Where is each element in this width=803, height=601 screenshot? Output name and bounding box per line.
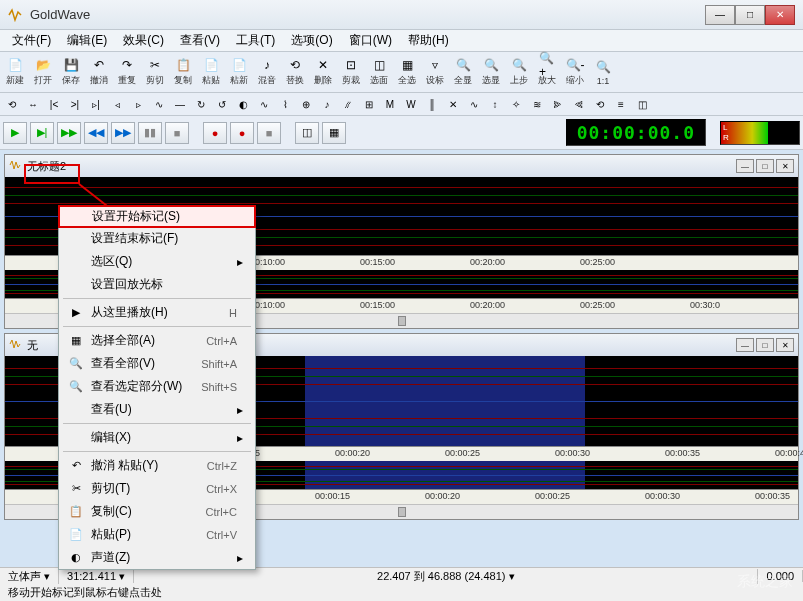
record-stop-button[interactable]: ■	[257, 122, 281, 144]
toolbar-btn-18[interactable]: 🔍上步	[506, 54, 532, 90]
toolbar-btn-7[interactable]: 📄粘贴	[198, 54, 224, 90]
ctx-item-1[interactable]: 设置结束标记(F)	[59, 227, 255, 250]
effect-btn-21[interactable]: ✕	[443, 95, 463, 113]
toolbar-btn-8[interactable]: 📄粘新	[226, 54, 252, 90]
stop-button[interactable]: ■	[165, 122, 189, 144]
effect-btn-3[interactable]: >|	[65, 95, 85, 113]
doc2-close-button[interactable]: ✕	[776, 338, 794, 352]
ctx-item-17[interactable]: 📄粘贴(P)Ctrl+V	[59, 523, 255, 546]
menu-help[interactable]: 帮助(H)	[400, 30, 457, 51]
toolbar-btn-5[interactable]: ✂剪切	[142, 54, 168, 90]
ctx-item-18[interactable]: ◐声道(Z)▸	[59, 546, 255, 569]
effect-btn-14[interactable]: ⊕	[296, 95, 316, 113]
close-button[interactable]: ✕	[765, 5, 795, 25]
effect-btn-29[interactable]: ≡	[611, 95, 631, 113]
play-sel-button[interactable]: ▶|	[30, 122, 54, 144]
toolbar-btn-6[interactable]: 📋复制	[170, 54, 196, 90]
effect-btn-22[interactable]: ∿	[464, 95, 484, 113]
toolbar-btn-10[interactable]: ⟲替换	[282, 54, 308, 90]
effect-btn-16[interactable]: ⫽	[338, 95, 358, 113]
effect-btn-17[interactable]: ⊞	[359, 95, 379, 113]
ctx-item-7[interactable]: ▦选择全部(A)Ctrl+A	[59, 329, 255, 352]
effect-btn-11[interactable]: ◐	[233, 95, 253, 113]
status-channels[interactable]: 立体声 ▾	[0, 569, 59, 584]
effect-btn-26[interactable]: ⫸	[548, 95, 568, 113]
effect-btn-20[interactable]: ║	[422, 95, 442, 113]
toolbar-btn-19[interactable]: 🔍+放大	[534, 54, 560, 90]
mixer-button[interactable]: ▦	[322, 122, 346, 144]
play-button[interactable]: ▶	[3, 122, 27, 144]
toolbar-btn-1[interactable]: 📂打开	[30, 54, 56, 90]
toolbar-btn-21[interactable]: 🔍1:1	[590, 54, 616, 90]
minimize-button[interactable]: —	[705, 5, 735, 25]
play-loop-button[interactable]: ▶▶	[57, 122, 81, 144]
effect-btn-2[interactable]: |<	[44, 95, 64, 113]
effect-btn-25[interactable]: ≋	[527, 95, 547, 113]
record-pause-button[interactable]: ●	[230, 122, 254, 144]
device-button[interactable]: ◫	[295, 122, 319, 144]
effect-btn-0[interactable]: ⟲	[2, 95, 22, 113]
effect-btn-23[interactable]: ↕	[485, 95, 505, 113]
toolbar-btn-14[interactable]: ▦全选	[394, 54, 420, 90]
ctx-item-3[interactable]: 设置回放光标	[59, 273, 255, 296]
effect-btn-24[interactable]: ✧	[506, 95, 526, 113]
effect-btn-28[interactable]: ⟲	[590, 95, 610, 113]
toolbar-btn-16[interactable]: 🔍全显	[450, 54, 476, 90]
effect-btn-6[interactable]: ▹	[128, 95, 148, 113]
status-range[interactable]: 22.407 到 46.888 (24.481) ▾	[134, 569, 758, 584]
toolbar-btn-9[interactable]: ♪混音	[254, 54, 280, 90]
doc1-titlebar[interactable]: 无标题2 — □ ✕	[5, 155, 798, 177]
toolbar-btn-13[interactable]: ◫选面	[366, 54, 392, 90]
menu-option[interactable]: 选项(O)	[283, 30, 340, 51]
menu-tool[interactable]: 工具(T)	[228, 30, 283, 51]
ctx-item-9[interactable]: 🔍查看选定部分(W)Shift+S	[59, 375, 255, 398]
effect-btn-5[interactable]: ◃	[107, 95, 127, 113]
effect-btn-8[interactable]: —	[170, 95, 190, 113]
doc1-min-button[interactable]: —	[736, 159, 754, 173]
forward-button[interactable]: ▶▶	[111, 122, 135, 144]
toolbar-btn-15[interactable]: ▿设标	[422, 54, 448, 90]
effect-btn-19[interactable]: W	[401, 95, 421, 113]
toolbar-btn-2[interactable]: 💾保存	[58, 54, 84, 90]
toolbar-btn-11[interactable]: ✕删除	[310, 54, 336, 90]
effect-btn-30[interactable]: ◫	[632, 95, 652, 113]
status-length[interactable]: 31:21.411 ▾	[59, 570, 134, 583]
effect-btn-10[interactable]: ↺	[212, 95, 232, 113]
menu-effect[interactable]: 效果(C)	[115, 30, 172, 51]
ctx-item-0[interactable]: 设置开始标记(S)	[58, 205, 256, 228]
ctx-item-14[interactable]: ↶撤消 粘贴(Y)Ctrl+Z	[59, 454, 255, 477]
record-button[interactable]: ●	[203, 122, 227, 144]
toolbar-btn-20[interactable]: 🔍-缩小	[562, 54, 588, 90]
effect-btn-7[interactable]: ∿	[149, 95, 169, 113]
effect-btn-4[interactable]: ▹|	[86, 95, 106, 113]
effect-btn-13[interactable]: ⌇	[275, 95, 295, 113]
ctx-item-2[interactable]: 选区(Q)▸	[59, 250, 255, 273]
rewind-button[interactable]: ◀◀	[84, 122, 108, 144]
ctx-item-15[interactable]: ✂剪切(T)Ctrl+X	[59, 477, 255, 500]
ctx-item-5[interactable]: ▶从这里播放(H)H	[59, 301, 255, 324]
ctx-item-12[interactable]: 编辑(X)▸	[59, 426, 255, 449]
effect-btn-18[interactable]: M	[380, 95, 400, 113]
effect-btn-1[interactable]: ↔	[23, 95, 43, 113]
doc1-max-button[interactable]: □	[756, 159, 774, 173]
effect-btn-15[interactable]: ♪	[317, 95, 337, 113]
ctx-item-16[interactable]: 📋复制(C)Ctrl+C	[59, 500, 255, 523]
toolbar-btn-12[interactable]: ⊡剪裁	[338, 54, 364, 90]
maximize-button[interactable]: □	[735, 5, 765, 25]
doc2-min-button[interactable]: —	[736, 338, 754, 352]
menu-file[interactable]: 文件(F)	[4, 30, 59, 51]
toolbar-btn-0[interactable]: 📄新建	[2, 54, 28, 90]
ctx-item-10[interactable]: 查看(U)▸	[59, 398, 255, 421]
pause-button[interactable]: ▮▮	[138, 122, 162, 144]
menu-view[interactable]: 查看(V)	[172, 30, 228, 51]
toolbar-btn-17[interactable]: 🔍选显	[478, 54, 504, 90]
effect-btn-27[interactable]: ⫷	[569, 95, 589, 113]
toolbar-btn-4[interactable]: ↷重复	[114, 54, 140, 90]
doc2-max-button[interactable]: □	[756, 338, 774, 352]
ctx-item-8[interactable]: 🔍查看全部(V)Shift+A	[59, 352, 255, 375]
toolbar-btn-3[interactable]: ↶撤消	[86, 54, 112, 90]
menu-edit[interactable]: 编辑(E)	[59, 30, 115, 51]
effect-btn-9[interactable]: ↻	[191, 95, 211, 113]
doc1-close-button[interactable]: ✕	[776, 159, 794, 173]
menu-window[interactable]: 窗口(W)	[341, 30, 400, 51]
